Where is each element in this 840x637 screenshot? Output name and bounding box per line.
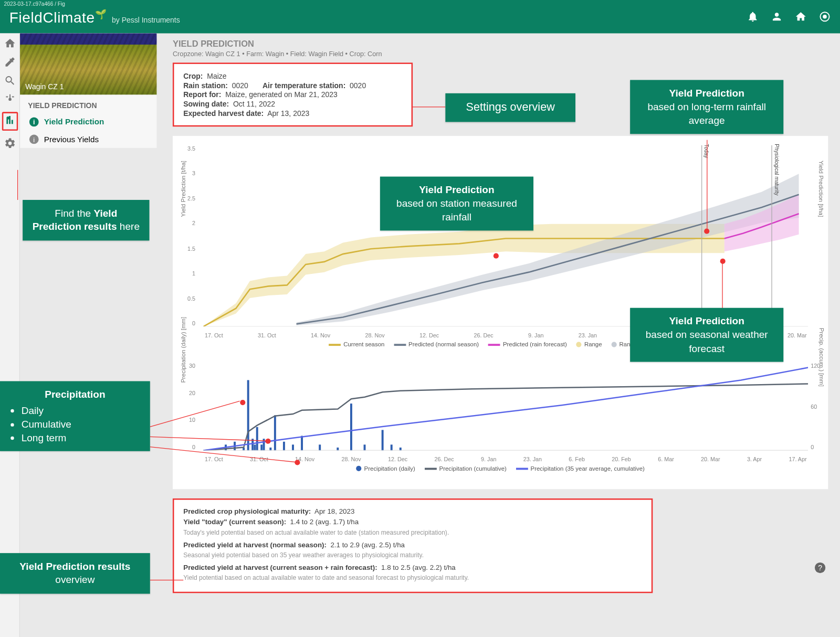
brand-sub: by Pessl Instruments	[112, 16, 180, 24]
maturity-line	[772, 145, 772, 326]
bell-icon[interactable]	[747, 10, 759, 23]
res-normal-desc: Seasonal yield potential based on 35 yea…	[183, 550, 642, 559]
ylabel-left: Precipitation (daily) [mm]	[180, 317, 187, 383]
sidebar-item-previous-yields[interactable]: i Previous Yields	[20, 131, 156, 148]
sidebar-item-label: Yield Prediction	[44, 118, 104, 127]
nav-sidebar	[0, 34, 20, 638]
settings-crop: Maize	[207, 72, 226, 80]
info-icon: i	[29, 135, 39, 144]
left-section-title: YIELD PREDICTION	[20, 94, 156, 113]
callout-results: Yield Prediction results overview	[0, 553, 150, 593]
svg-rect-13	[292, 444, 294, 450]
callout-find: Find the Yield Prediction results here	[23, 200, 149, 240]
res-normal: 2.1 to 2.9 (avg. 2.5) t/ha	[330, 540, 405, 548]
callout-settings: Settings overview	[445, 93, 575, 122]
svg-rect-7	[256, 427, 258, 451]
svg-rect-20	[391, 444, 393, 450]
ann-line	[17, 170, 18, 200]
callout-yp-long: Yield Predictionbased on long-term rainf…	[630, 80, 783, 134]
settings-harvest: Apr 13, 2023	[267, 109, 309, 117]
res-maturity: Apr 18, 2023	[314, 507, 354, 515]
res-today: 1.4 to 2 (avg. 1.7) t/ha	[290, 517, 359, 525]
gear-icon[interactable]	[4, 137, 16, 150]
ann-line	[722, 261, 722, 309]
yield-plot	[203, 145, 808, 326]
header-bar: 2023-03-17.c97a466 / Fig FieldClimate🌱 b…	[0, 0, 840, 34]
callout-yp-seasonal: Yield Predictionbased on seasonal weathe…	[630, 308, 783, 362]
svg-rect-19	[382, 430, 384, 450]
home-icon[interactable]	[4, 37, 16, 49]
sidebar-item-yield-prediction[interactable]: i Yield Prediction	[20, 113, 156, 131]
ann-dot	[704, 229, 709, 234]
farm-icon[interactable]	[795, 10, 807, 23]
svg-rect-18	[364, 444, 366, 450]
precip-chart: Precipitation (daily) [mm] Precip. (accu…	[198, 363, 808, 463]
settings-report: Maize, generated on Mar 21, 2023	[225, 91, 338, 99]
svg-rect-8	[260, 444, 262, 450]
info-icon: i	[29, 118, 39, 127]
cropzone-label: Wagin CZ 1	[25, 82, 64, 90]
res-today-label: Yield "today" (current season):	[183, 517, 286, 525]
res-maturity-label: Predicted crop physiological maturity:	[183, 507, 311, 515]
today-line	[701, 145, 702, 326]
settings-sowing: Oct 11, 2022	[233, 100, 275, 108]
precip-legend: Precipitation (daily)Precipitation (cumu…	[180, 465, 822, 472]
svg-rect-16	[337, 448, 339, 451]
res-forecast: 1.8 to 2.5 (avg. 2.2) t/ha	[381, 563, 456, 571]
settings-rain: 0020	[232, 81, 248, 89]
precip-plot	[203, 363, 808, 451]
svg-rect-21	[400, 448, 402, 451]
yticks: 3.532.521.510.50	[195, 145, 203, 326]
ylabel-left: Yield Prediction [t/ha]	[180, 161, 187, 217]
ann-dot	[494, 253, 499, 259]
res-normal-label: Predicted yield at harvest (normal seaso…	[183, 540, 327, 548]
svg-rect-14	[301, 436, 303, 451]
chart-icon	[4, 114, 16, 126]
settings-card: Crop: Maize Rain station: 0020 Air tempe…	[173, 62, 413, 126]
ylabel-right: Yield Prediction [t/ha]	[818, 161, 825, 217]
res-today-desc: Today's yield potential based on actual …	[183, 527, 642, 537]
help-icon[interactable]: ?	[815, 562, 825, 573]
svg-rect-11	[274, 415, 276, 450]
results-card: Predicted crop physiological maturity: A…	[173, 498, 653, 593]
yticks: 3020100	[195, 363, 202, 451]
brand: FieldClimate🌱 by Pessl Instruments	[9, 9, 180, 27]
callout-precip: PrecipitationDailyCumulativeLong term	[0, 381, 150, 451]
air-temp-label: Air temperature station:	[262, 81, 345, 89]
user-icon[interactable]	[771, 10, 783, 23]
breadcrumb: Cropzone: Wagin CZ 1 • Farm: Wagin • Fie…	[173, 50, 828, 57]
sensor-icon[interactable]	[4, 93, 16, 105]
res-forecast-desc: Yield potential based on actual availabl…	[183, 573, 642, 582]
svg-rect-17	[350, 404, 352, 450]
ann-line	[412, 107, 446, 107]
ann-dot	[720, 259, 726, 264]
ann-dot	[265, 439, 270, 444]
cropzone-image[interactable]: Wagin CZ 1	[20, 34, 156, 95]
ann-line	[707, 140, 707, 229]
ann-dot	[240, 400, 245, 405]
left-panel: Wagin CZ 1 YIELD PREDICTION i Yield Pred…	[20, 34, 156, 148]
brand-name: FieldClimate🌱	[9, 9, 107, 27]
svg-rect-10	[269, 448, 271, 451]
svg-rect-6	[254, 444, 256, 450]
page-title: YIELD PREDICTION	[173, 39, 828, 49]
search-icon[interactable]	[4, 75, 16, 87]
settings-airtemp: 0020	[350, 81, 366, 89]
broadcast-icon[interactable]	[819, 10, 831, 23]
sidebar-item-label: Previous Yields	[44, 135, 99, 144]
ann-dot	[295, 460, 300, 465]
header-actions	[747, 10, 831, 23]
res-forecast-label: Predicted yield at harvest (current seas…	[183, 563, 377, 571]
svg-rect-12	[283, 442, 285, 451]
yield-nav-active[interactable]	[2, 112, 17, 131]
ylabel-right: Precip. (accum.) [mm]	[818, 328, 825, 387]
version-tag: 2023-03-17.c97a466 / Fig	[4, 2, 65, 7]
ann-line	[150, 580, 184, 580]
svg-rect-15	[319, 444, 321, 450]
maturity-label: Physiological maturity	[773, 144, 779, 195]
eyedropper-icon[interactable]	[4, 56, 16, 68]
callout-yp-station: Yield Predictionbased on station measure…	[380, 177, 533, 231]
today-label: Today	[703, 144, 709, 158]
